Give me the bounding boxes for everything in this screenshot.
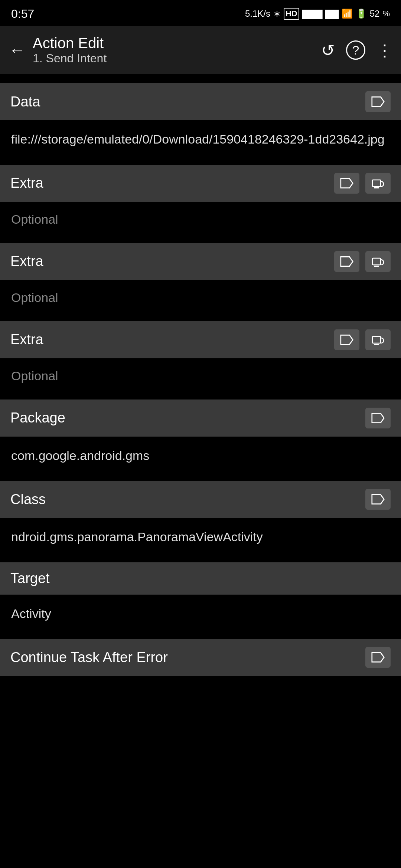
svg-rect-0 <box>372 180 381 187</box>
section-header-target: Target <box>0 562 401 595</box>
section-extra1: Extra Optional <box>0 165 401 234</box>
section-header-package: Package <box>0 400 401 437</box>
section-package: Package com.google.android.gms <box>0 400 401 472</box>
section-label-extra3: Extra <box>10 332 43 348</box>
section-label-continue-task: Continue Task After Error <box>10 650 168 665</box>
content: Data file:///storage/emulated/0/Download… <box>0 83 401 691</box>
app-bar-titles: Action Edit 1. Send Intent <box>33 35 321 65</box>
battery-icon: 🔋 <box>356 9 367 19</box>
svg-rect-2 <box>372 258 381 265</box>
section-data: Data file:///storage/emulated/0/Download… <box>0 83 401 156</box>
refresh-button[interactable]: ↺ <box>321 41 335 60</box>
section-header-continue-task: Continue Task After Error <box>0 639 401 676</box>
section-continue-task: Continue Task After Error <box>0 639 401 676</box>
more-options-button[interactable]: ⋮ <box>376 41 392 60</box>
section-header-extra3: Extra <box>0 321 401 358</box>
status-bar: 0:57 5.1K/s ∗ HD ▇▇▇ ▇▇ 📶 🔋 52 % <box>0 0 401 26</box>
battery-percent-sign: % <box>382 9 390 19</box>
svg-rect-4 <box>372 336 381 343</box>
battery-percent: 52 <box>370 9 380 19</box>
section-class: Class ndroid.gms.panorama.PanoramaViewAc… <box>0 481 401 553</box>
tag-icon-data[interactable] <box>365 91 391 112</box>
section-extra3: Extra Optional <box>0 321 401 391</box>
section-icons-continue-task <box>365 647 391 668</box>
section-target: Target Activity <box>0 562 401 630</box>
status-icons: 5.1K/s ∗ HD ▇▇▇ ▇▇ 📶 🔋 52 % <box>245 8 390 20</box>
section-icons-class <box>365 489 391 510</box>
section-label-extra1: Extra <box>10 175 43 191</box>
tag-icon-package[interactable] <box>365 408 391 428</box>
tag-icon-class[interactable] <box>365 489 391 510</box>
section-value-extra1[interactable]: Optional <box>0 202 401 234</box>
cup-icon-extra2[interactable] <box>365 251 391 272</box>
section-extra2: Extra Optional <box>0 243 401 312</box>
section-label-target: Target <box>10 571 50 586</box>
section-value-extra3[interactable]: Optional <box>0 358 401 391</box>
app-bar-subtitle: 1. Send Intent <box>33 52 321 65</box>
network-speed: 5.1K/s <box>245 9 270 19</box>
app-bar: ← Action Edit 1. Send Intent ↺ ? ⋮ <box>0 26 401 74</box>
section-icons-data <box>365 91 391 112</box>
section-icons-extra1 <box>334 173 391 194</box>
help-button[interactable]: ? <box>346 40 365 60</box>
section-icons-extra2 <box>334 251 391 272</box>
svg-rect-1 <box>374 187 379 188</box>
section-label-data: Data <box>10 94 40 110</box>
section-header-data: Data <box>0 83 401 120</box>
section-value-package[interactable]: com.google.android.gms <box>0 437 401 472</box>
section-header-extra1: Extra <box>0 165 401 202</box>
section-value-data[interactable]: file:///storage/emulated/0/Download/1590… <box>0 120 401 156</box>
hd-icon: HD <box>284 8 299 20</box>
tag-icon-extra2[interactable] <box>334 251 359 272</box>
section-value-extra2[interactable]: Optional <box>0 280 401 312</box>
signal2-icon: ▇▇ <box>325 9 339 19</box>
section-value-target[interactable]: Activity <box>0 595 401 630</box>
app-bar-actions: ↺ ? ⋮ <box>321 40 392 60</box>
tag-icon-extra3[interactable] <box>334 329 359 350</box>
cup-icon-extra3[interactable] <box>365 329 391 350</box>
status-time: 0:57 <box>11 7 34 21</box>
section-header-class: Class <box>0 481 401 518</box>
tag-icon-extra1[interactable] <box>334 173 359 194</box>
cup-icon-extra1[interactable] <box>365 173 391 194</box>
section-header-extra2: Extra <box>0 243 401 280</box>
section-value-class[interactable]: ndroid.gms.panorama.PanoramaViewActivity <box>0 518 401 553</box>
app-bar-title: Action Edit <box>33 35 321 52</box>
section-icons-package <box>365 408 391 428</box>
section-icons-extra3 <box>334 329 391 350</box>
signal-icon: ▇▇▇ <box>302 9 322 19</box>
back-button[interactable]: ← <box>9 41 25 59</box>
section-label-class: Class <box>10 491 46 507</box>
bluetooth-icon: ∗ <box>273 9 281 19</box>
wifi-icon: 📶 <box>342 9 353 19</box>
svg-rect-3 <box>374 266 379 267</box>
section-label-extra2: Extra <box>10 253 43 269</box>
section-label-package: Package <box>10 410 65 426</box>
tag-icon-continue-task[interactable] <box>365 647 391 668</box>
svg-rect-5 <box>374 344 379 345</box>
